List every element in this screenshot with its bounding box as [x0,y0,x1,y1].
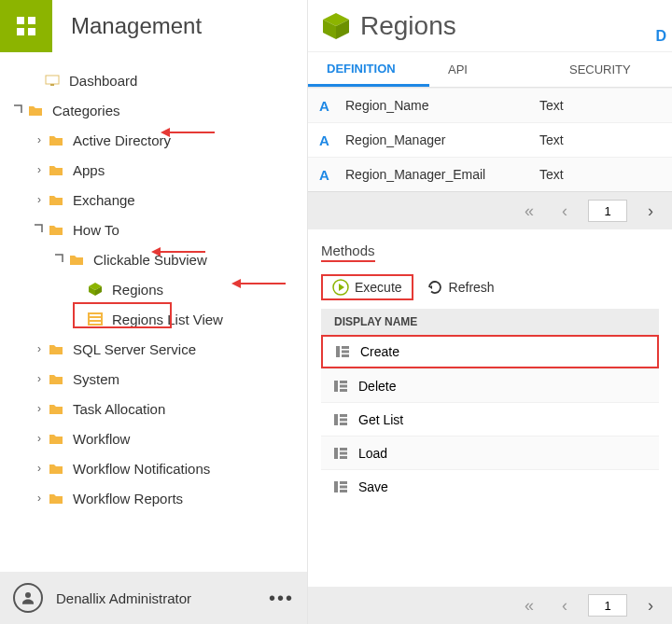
button-label: Execute [355,280,402,295]
tree-item-task-allocation[interactable]: › Task Allocation [4,394,307,423]
tree-item-apps[interactable]: › Apps [4,155,307,185]
svg-rect-11 [90,318,101,320]
collapse-icon[interactable] [32,222,47,238]
field-row[interactable]: A Region_Name Text [308,88,672,122]
field-type: Text [539,167,661,182]
tree-item-active-directory[interactable]: › Active Directory [4,125,307,155]
method-row[interactable]: Create [321,335,659,368]
svg-rect-23 [342,354,349,357]
methods-list: Create Delete Get List Load Save [321,335,659,503]
method-icon [334,481,351,492]
field-name: Region_Manager_Email [345,167,539,182]
folder-icon [47,193,65,206]
tree-label: Categories [52,103,120,118]
chevron-right-icon[interactable]: › [32,432,47,445]
chevron-right-icon[interactable]: › [32,402,47,415]
collapse-icon[interactable] [11,103,26,118]
folder-icon [47,133,65,146]
more-icon[interactable]: ••• [269,588,294,609]
method-row[interactable]: Save [321,469,659,503]
tree-item-regions[interactable]: Regions [4,274,307,304]
tree-item-dashboard[interactable]: Dashboard [4,65,307,95]
method-row[interactable]: Get List [321,402,659,436]
tree-item-exchange[interactable]: › Exchange [4,185,307,215]
tabs: DEFINITION API SECURITY [308,52,672,88]
field-type: Text [539,132,661,147]
svg-rect-37 [340,481,347,484]
svg-rect-1 [28,17,35,24]
chevron-right-icon[interactable]: › [32,193,47,206]
method-name: Get List [358,412,403,427]
tab-api[interactable]: API [429,52,551,87]
chevron-right-icon[interactable]: › [32,163,47,176]
text-type-icon: A [319,167,340,183]
method-icon [334,448,351,459]
pager-first-icon[interactable]: « [517,201,541,221]
field-type: Text [539,98,661,113]
tab-security[interactable]: SECURITY [551,52,672,87]
tree-label: Exchange [73,192,135,208]
folder-icon [47,402,65,415]
methods-toolbar: Execute Refresh [321,271,659,303]
field-row[interactable]: A Region_Manager Text [308,122,672,157]
sidebar-header: Management [0,0,307,52]
tree-item-clickable-subview[interactable]: Clickable Subview [4,244,307,274]
pager-first-icon[interactable]: « [517,596,541,616]
chevron-right-icon[interactable]: › [32,342,47,355]
tree-item-system[interactable]: › System [4,364,307,394]
svg-rect-38 [340,485,347,488]
pager-page-input[interactable] [588,594,627,617]
svg-rect-4 [46,76,59,84]
folder-icon [47,342,65,355]
field-name: Region_Name [345,98,539,113]
svg-rect-26 [340,384,347,387]
tree-item-sql-server-service[interactable]: › SQL Server Service [4,334,307,364]
method-row[interactable]: Load [321,436,659,469]
tree-label: Regions [112,282,163,298]
fields-pager: « ‹ › [308,192,672,229]
tree-item-categories[interactable]: Categories [4,95,307,125]
refresh-icon [427,279,443,296]
tree-item-regions-list-view[interactable]: Regions List View [4,304,307,334]
svg-rect-22 [342,351,349,354]
pager-prev-icon[interactable]: ‹ [553,596,577,616]
sidebar: Management Dashboard Categories [0,0,308,624]
nav-tree: Dashboard Categories › Active Directory … [0,52,307,572]
avatar-icon[interactable] [13,583,43,613]
folder-icon [47,432,65,445]
pager-next-icon[interactable]: › [638,201,663,221]
folder-icon [47,223,65,236]
refresh-button[interactable]: Refresh [417,274,504,300]
execute-button[interactable]: Execute [321,274,413,300]
tree-label: System [73,371,119,387]
svg-marker-18 [339,284,344,291]
folder-icon [47,462,65,475]
collapse-icon[interactable] [52,252,67,268]
svg-rect-34 [340,451,347,454]
folder-icon [47,163,65,176]
method-icon [336,346,353,357]
chevron-right-icon[interactable]: › [32,133,47,146]
pager-page-input[interactable] [588,200,627,222]
field-row[interactable]: A Region_Manager_Email Text [308,157,672,191]
pager-next-icon[interactable]: › [638,596,663,616]
pager-prev-icon[interactable]: ‹ [553,201,577,221]
svg-rect-27 [340,389,347,392]
method-row[interactable]: Delete [321,368,659,402]
tree-item-workflow-notifications[interactable]: › Workflow Notifications [4,453,307,483]
top-right-link[interactable]: D [655,28,666,45]
chevron-right-icon[interactable]: › [32,462,47,475]
app-logo[interactable] [0,0,52,52]
chevron-right-icon[interactable]: › [32,372,47,385]
tree-label: Active Directory [73,132,171,148]
chevron-right-icon[interactable]: › [32,492,47,505]
method-name: Create [360,344,399,359]
tree-item-how-to[interactable]: How To [4,215,307,244]
svg-point-13 [25,592,31,598]
tree-item-workflow-reports[interactable]: › Workflow Reports [4,483,307,513]
page-title: Regions [360,11,456,41]
tree-label: Workflow [73,431,130,447]
svg-rect-28 [334,414,338,425]
tab-definition[interactable]: DEFINITION [308,52,429,87]
tree-item-workflow[interactable]: › Workflow [4,423,307,453]
